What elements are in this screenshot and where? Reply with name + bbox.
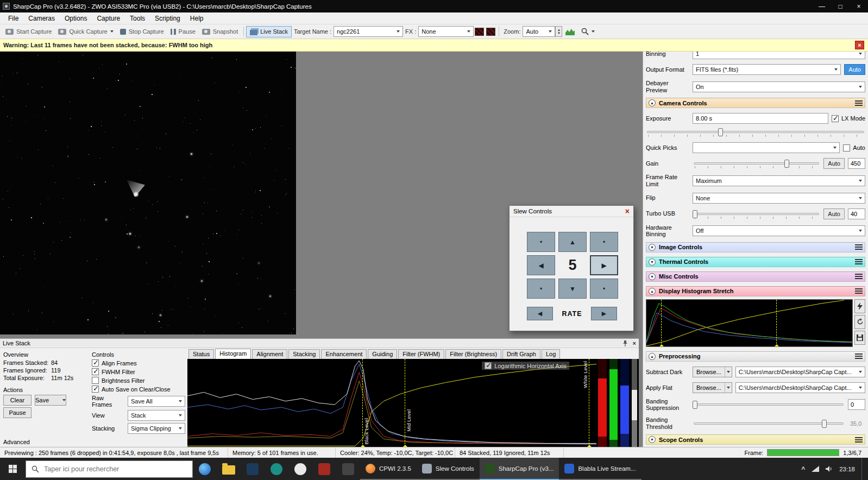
menu-help[interactable]: Help bbox=[185, 13, 209, 24]
tab-histogram[interactable]: Histogram bbox=[215, 349, 251, 359]
slew-sw-button[interactable]: • bbox=[527, 279, 555, 299]
taskbar-app-cpwi[interactable]: CPWI 2.3.5 bbox=[360, 458, 417, 480]
taskbar-search[interactable] bbox=[26, 460, 193, 478]
taskbar-browser-icon[interactable] bbox=[193, 458, 217, 480]
slider-thumb[interactable] bbox=[693, 210, 697, 218]
slew-down-button[interactable]: ▼ bbox=[558, 279, 587, 299]
menu-tools[interactable]: Tools bbox=[125, 13, 150, 24]
slew-se-button[interactable]: • bbox=[590, 279, 618, 299]
reset-stretch-button[interactable] bbox=[854, 315, 865, 329]
taskbar-app-circle-icon[interactable] bbox=[265, 458, 288, 480]
slider-thumb[interactable] bbox=[718, 128, 723, 136]
network-icon[interactable] bbox=[812, 466, 819, 472]
log-axis-checkbox[interactable]: Logarithmic Horizontal Axis bbox=[482, 362, 569, 370]
output-format-combo[interactable]: FITS files (*.fits) bbox=[693, 64, 841, 75]
tab-enhancement[interactable]: Enhancement bbox=[321, 349, 367, 359]
histogram-red-swatch-button[interactable] bbox=[475, 28, 484, 36]
apply-flat-path-combo[interactable]: C:\Users\marcb\Desktop\SharpCap Capt... bbox=[735, 382, 865, 393]
stacking-combo[interactable]: Sigma Clipping bbox=[128, 423, 185, 434]
camera-controls-header[interactable]: ▲ Camera Controls bbox=[646, 98, 865, 108]
live-stack-close-button[interactable]: × bbox=[633, 340, 636, 346]
flip-combo[interactable]: None bbox=[693, 193, 865, 204]
search-input[interactable] bbox=[44, 465, 169, 473]
pause-button[interactable]: Pause bbox=[167, 27, 199, 36]
histogram-button[interactable] bbox=[562, 26, 578, 37]
slew-right-button[interactable]: ▶ bbox=[590, 255, 618, 275]
menu-burger-icon[interactable] bbox=[855, 353, 863, 359]
pin-icon[interactable] bbox=[622, 340, 628, 346]
quick-picks-auto-checkbox[interactable]: Auto bbox=[843, 144, 865, 151]
subtract-dark-browse-button[interactable]: Browse... bbox=[693, 367, 732, 377]
image-controls-header[interactable]: ▼ Image Controls bbox=[646, 242, 865, 252]
menu-cameras[interactable]: Cameras bbox=[23, 13, 60, 24]
menu-capture[interactable]: Capture bbox=[92, 13, 125, 24]
advanced-link[interactable]: Advanced bbox=[3, 439, 30, 445]
misc-controls-header[interactable]: ▼ Misc Controls bbox=[646, 271, 865, 282]
preprocessing-header[interactable]: ▲ Preprocessing bbox=[646, 351, 865, 362]
lx-mode-checkbox[interactable]: LX Mode bbox=[832, 115, 865, 122]
taskbar-clock[interactable]: 23:18 bbox=[839, 466, 855, 472]
tab-alignment[interactable]: Alignment bbox=[252, 349, 287, 359]
rate-increase-button[interactable]: ▶ bbox=[591, 307, 617, 320]
slider-thumb[interactable] bbox=[822, 420, 827, 428]
slew-nw-button[interactable]: • bbox=[527, 232, 555, 252]
slider-thumb[interactable] bbox=[784, 160, 789, 168]
menu-burger-icon[interactable] bbox=[855, 244, 863, 250]
slew-close-button[interactable]: × bbox=[625, 207, 630, 216]
gain-auto-button[interactable]: Auto bbox=[823, 158, 845, 169]
menu-file[interactable]: File bbox=[3, 13, 23, 24]
save-stretch-button[interactable] bbox=[854, 331, 865, 345]
start-button[interactable] bbox=[0, 458, 26, 480]
taskbar-folder-icon[interactable] bbox=[217, 458, 241, 480]
fwhm-filter-checkbox[interactable]: FWHM Filter bbox=[92, 368, 185, 375]
raw-frames-combo[interactable]: Save All bbox=[128, 396, 185, 407]
menu-scripting[interactable]: Scripting bbox=[150, 13, 185, 24]
turbo-usb-auto-button[interactable]: Auto bbox=[823, 209, 845, 219]
save-button[interactable]: Save bbox=[35, 395, 66, 406]
tab-guiding[interactable]: Guiding bbox=[368, 349, 397, 359]
auto-save-checkbox[interactable]: Auto Save on Clear/Close bbox=[92, 386, 185, 393]
view-combo[interactable]: Stack bbox=[128, 410, 185, 421]
debayer-combo[interactable]: On bbox=[693, 81, 865, 92]
turbo-usb-slider[interactable] bbox=[693, 209, 820, 219]
black-point-line[interactable] bbox=[661, 300, 662, 346]
taskbar-app-slew-controls[interactable]: Slew Controls bbox=[417, 458, 480, 480]
slew-up-button[interactable]: ▲ bbox=[558, 232, 587, 252]
banding-threshold-slider[interactable] bbox=[693, 418, 845, 429]
quick-picks-combo[interactable] bbox=[693, 142, 840, 153]
tab-filter-fwhm[interactable]: Filter (FWHM) bbox=[398, 349, 444, 359]
slew-titlebar[interactable]: Slew Controls × bbox=[510, 206, 633, 217]
menu-burger-icon[interactable] bbox=[855, 437, 863, 443]
taskbar-photo-app-icon[interactable] bbox=[312, 458, 336, 480]
magnifier-button[interactable] bbox=[578, 26, 598, 37]
exposure-slider[interactable] bbox=[646, 127, 865, 137]
tab-log[interactable]: Log bbox=[542, 349, 560, 359]
taskbar-editor-icon[interactable] bbox=[241, 458, 265, 480]
stop-capture-button[interactable]: Stop Capture bbox=[117, 27, 167, 36]
tab-stacking[interactable]: Stacking bbox=[288, 349, 320, 359]
menu-options[interactable]: Options bbox=[60, 13, 92, 24]
tray-expand-chevron-icon[interactable]: ^ bbox=[801, 465, 805, 473]
output-format-auto-button[interactable]: Auto bbox=[844, 64, 865, 75]
subtract-dark-path-combo[interactable]: C:\Users\marcb\Desktop\SharpCap Capt... bbox=[735, 367, 865, 377]
tab-drift-graph[interactable]: Drift Graph bbox=[502, 349, 540, 359]
frame-rate-combo[interactable]: Maximum bbox=[693, 175, 865, 186]
align-frames-checkbox[interactable]: Align Frames bbox=[92, 359, 185, 367]
taskbar-dark-app-icon[interactable] bbox=[336, 458, 360, 480]
banding-suppression-input[interactable]: 0 bbox=[848, 399, 865, 410]
tab-status[interactable]: Status bbox=[188, 349, 214, 359]
apply-flat-browse-button[interactable]: Browse... bbox=[693, 382, 732, 393]
turbo-usb-value-input[interactable]: 40 bbox=[848, 209, 865, 219]
menu-burger-icon[interactable] bbox=[855, 288, 863, 294]
snapshot-button[interactable]: Snapshot bbox=[199, 27, 241, 36]
clear-button[interactable]: Clear bbox=[3, 395, 32, 406]
thermal-controls-header[interactable]: ▼ Thermal Controls bbox=[646, 257, 865, 267]
banding-suppression-slider[interactable] bbox=[693, 399, 845, 410]
start-capture-button[interactable]: Start Capture bbox=[2, 27, 55, 36]
scope-controls-header[interactable]: ▼ Scope Controls bbox=[646, 434, 865, 445]
zoom-spinner[interactable]: ▲▼ bbox=[555, 26, 562, 37]
slew-left-button[interactable]: ◀ bbox=[527, 255, 555, 275]
warning-close-button[interactable]: × bbox=[855, 41, 864, 49]
auto-stretch-button[interactable] bbox=[854, 299, 865, 313]
hardware-binning-combo[interactable]: Off bbox=[693, 225, 865, 236]
